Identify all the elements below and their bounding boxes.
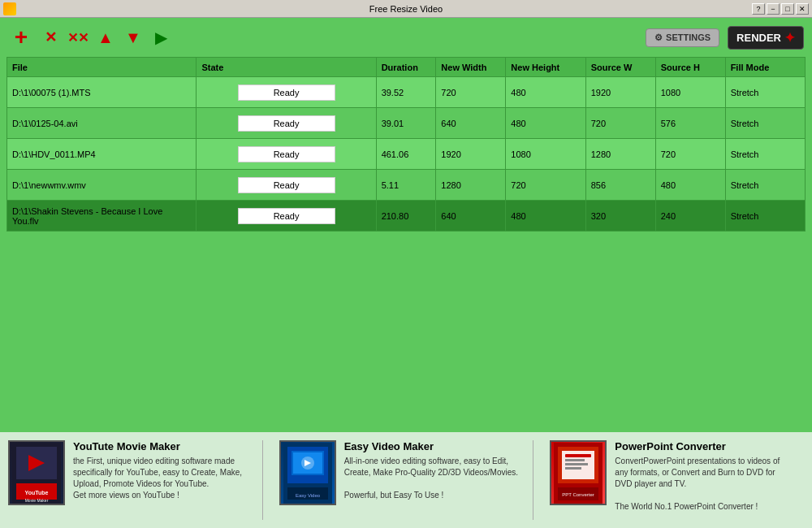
promo-desc-youtube: the First, unique video editing software… [73, 456, 250, 501]
help-button[interactable]: ? [752, 3, 765, 15]
table-row[interactable]: D:\1\HDV_0011.MP4 Ready 461.06 1920 1080… [7, 139, 806, 170]
table-row[interactable]: D:\1\newwmv.wmv Ready 5.11 1280 720 856 … [7, 170, 806, 201]
file-table: File State Duration New Width New Height… [6, 57, 806, 232]
col-header-file: File [7, 58, 197, 77]
cell-duration: 39.01 [376, 108, 436, 139]
promo-title-youtube: YouTute Movie Maker [73, 440, 250, 452]
promo-item-youtube: YouTube Movie Maker YouTute Movie Maker … [8, 440, 263, 520]
col-header-new-width: New Width [436, 58, 506, 77]
play-button[interactable] [149, 26, 172, 49]
cell-duration: 461.06 [376, 139, 436, 170]
svg-rect-18 [565, 459, 585, 461]
render-button[interactable]: RENDER ✦ [728, 26, 804, 50]
col-header-new-height: New Height [506, 58, 585, 77]
move-up-button[interactable] [94, 26, 117, 49]
render-star-icon: ✦ [784, 30, 795, 45]
new-height-input[interactable] [511, 211, 551, 221]
cell-file: D:\1\HDV_0011.MP4 [7, 139, 197, 170]
toolbar-left: + ✕✕ [8, 24, 172, 50]
cell-state: Ready [197, 201, 376, 232]
close-button[interactable]: ✕ [796, 3, 809, 15]
cell-state: Ready [197, 108, 376, 139]
table-row[interactable]: D:\1\00075 (1).MTS Ready 39.52 720 480 1… [7, 77, 806, 108]
cell-duration: 39.52 [376, 77, 436, 108]
cell-source-w: 1920 [585, 77, 655, 108]
main-content: File State Duration New Width New Height… [0, 57, 812, 238]
cell-new-height: 480 [506, 77, 585, 108]
move-down-button[interactable] [122, 26, 145, 49]
toolbar: + ✕✕ ⚙ SETTINGS RENDER ✦ [0, 18, 812, 57]
svg-text:Movie Maker: Movie Maker [25, 498, 49, 503]
cell-file: D:\1\00075 (1).MTS [7, 77, 197, 108]
cell-source-w: 320 [585, 201, 655, 232]
promo-desc-powerpoint: ConvertPowerPoint presentations to video… [615, 456, 792, 513]
col-header-source-h: Source H [655, 58, 725, 77]
cell-fill-mode: Stretch [725, 139, 805, 170]
table-row[interactable]: D:\1\Shakin Stevens - Because I Love You… [7, 201, 806, 232]
toolbar-right: ⚙ SETTINGS RENDER ✦ [646, 26, 804, 50]
cell-state: Ready [197, 139, 376, 170]
remove-file-button[interactable] [39, 26, 62, 49]
cell-file: D:\1\newwmv.wmv [7, 170, 197, 201]
window-title: Free Resize Video [369, 4, 443, 14]
state-ready-button: Ready [238, 84, 335, 101]
table-header-row: File State Duration New Width New Height… [7, 58, 806, 77]
promo-thumb-youtube: YouTube Movie Maker [8, 440, 65, 505]
cell-source-h: 720 [655, 139, 725, 170]
maximize-button[interactable]: □ [781, 3, 794, 15]
promo-thumb-powerpoint: PPT Converter [550, 440, 607, 505]
cell-new-width: 640 [436, 201, 506, 232]
cell-new-width: 720 [436, 77, 506, 108]
title-bar: Free Resize Video ? − □ ✕ [0, 0, 812, 18]
state-ready-button: Ready [238, 115, 335, 132]
col-header-duration: Duration [376, 58, 436, 77]
settings-label: SETTINGS [666, 32, 710, 42]
settings-gear-icon: ⚙ [654, 32, 663, 43]
add-file-button[interactable]: + [8, 24, 34, 50]
down-arrow-icon [125, 28, 141, 47]
cell-new-height: 720 [506, 170, 585, 201]
settings-button[interactable]: ⚙ SETTINGS [646, 28, 719, 47]
cell-duration: 5.11 [376, 170, 436, 201]
cell-state: Ready [197, 170, 376, 201]
cell-new-height[interactable] [506, 201, 585, 232]
state-ready-button: Ready [238, 177, 335, 193]
col-header-state: State [197, 58, 376, 77]
cell-file: D:\1\Shakin Stevens - Because I Love You… [7, 201, 197, 232]
render-label: RENDER [736, 32, 781, 44]
svg-rect-17 [565, 454, 591, 457]
cell-source-h: 1080 [655, 77, 725, 108]
col-header-source-w: Source W [585, 58, 655, 77]
promo-text-easy-video: Easy Video Maker All-in-one video editin… [344, 440, 521, 520]
svg-rect-20 [565, 467, 581, 470]
cell-new-height: 480 [506, 108, 585, 139]
cell-source-w: 856 [585, 170, 655, 201]
remove-icon [45, 28, 57, 46]
minimize-button[interactable]: − [767, 3, 780, 15]
svg-text:PPT Converter: PPT Converter [563, 492, 595, 497]
promo-desc-easy-video: All-in-one video editing software, easy … [344, 456, 521, 501]
cell-state: Ready [197, 77, 376, 108]
remove-all-icon: ✕✕ [67, 30, 89, 45]
cell-source-w: 1280 [585, 139, 655, 170]
table-row[interactable]: D:\1\0125-04.avi Ready 39.01 640 480 720… [7, 108, 806, 139]
cell-fill-mode: Stretch [725, 201, 805, 232]
cell-fill-mode: Stretch [725, 108, 805, 139]
svg-rect-19 [565, 463, 588, 465]
cell-duration: 210.80 [376, 201, 436, 232]
cell-source-h: 480 [655, 170, 725, 201]
title-bar-left [3, 2, 16, 15]
cell-source-h: 576 [655, 108, 725, 139]
up-arrow-icon [97, 28, 114, 47]
promo-title-easy-video: Easy Video Maker [344, 440, 521, 452]
cell-fill-mode: Stretch [725, 77, 805, 108]
cell-new-height: 1080 [506, 139, 585, 170]
promo-text-youtube: YouTute Movie Maker the First, unique vi… [73, 440, 250, 520]
promo-title-powerpoint: PowerPoint Converter [615, 440, 792, 452]
app-icon [3, 2, 16, 15]
cell-fill-mode: Stretch [725, 170, 805, 201]
remove-all-button[interactable]: ✕✕ [67, 26, 89, 49]
state-ready-button: Ready [238, 146, 335, 162]
play-icon [155, 28, 167, 47]
promo-text-powerpoint: PowerPoint Converter ConvertPowerPoint p… [615, 440, 792, 520]
